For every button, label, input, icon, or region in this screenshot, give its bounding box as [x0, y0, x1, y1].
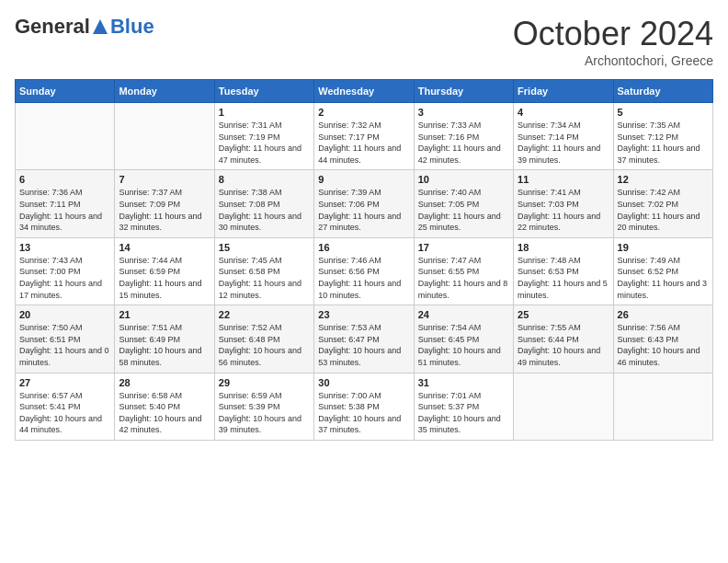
- calendar-table: SundayMondayTuesdayWednesdayThursdayFrid…: [15, 79, 713, 441]
- day-number: 26: [618, 309, 709, 320]
- day-number: 15: [219, 242, 310, 253]
- logo-general-text: General: [15, 15, 90, 39]
- calendar-cell: 15Sunrise: 7:45 AM Sunset: 6:58 PM Dayli…: [214, 237, 313, 304]
- day-info: Sunrise: 7:51 AM Sunset: 6:49 PM Dayligh…: [119, 322, 210, 368]
- calendar-cell: 7Sunrise: 7:37 AM Sunset: 7:09 PM Daylig…: [115, 170, 214, 237]
- day-number: 24: [418, 309, 509, 320]
- calendar-cell: 17Sunrise: 7:47 AM Sunset: 6:55 PM Dayli…: [414, 237, 513, 304]
- day-number: 14: [119, 242, 210, 253]
- day-info: Sunrise: 7:47 AM Sunset: 6:55 PM Dayligh…: [418, 255, 509, 301]
- title-block: October 2024 Archontochori, Greece: [513, 15, 713, 68]
- day-info: Sunrise: 7:43 AM Sunset: 7:00 PM Dayligh…: [19, 255, 110, 301]
- calendar-cell: 20Sunrise: 7:50 AM Sunset: 6:51 PM Dayli…: [16, 305, 115, 373]
- day-info: Sunrise: 7:35 AM Sunset: 7:12 PM Dayligh…: [618, 120, 709, 166]
- calendar-cell: 14Sunrise: 7:44 AM Sunset: 6:59 PM Dayli…: [115, 237, 214, 304]
- calendar-cell: 21Sunrise: 7:51 AM Sunset: 6:49 PM Dayli…: [115, 305, 214, 373]
- calendar-week-row: 27Sunrise: 6:57 AM Sunset: 5:41 PM Dayli…: [16, 373, 713, 440]
- day-number: 18: [518, 242, 609, 253]
- day-info: Sunrise: 7:00 AM Sunset: 5:38 PM Dayligh…: [318, 390, 409, 436]
- month-title: October 2024: [513, 15, 713, 53]
- calendar-cell: 10Sunrise: 7:40 AM Sunset: 7:05 PM Dayli…: [414, 170, 513, 237]
- logo-icon: [91, 17, 109, 36]
- day-info: Sunrise: 7:54 AM Sunset: 6:45 PM Dayligh…: [418, 322, 509, 368]
- day-header: Monday: [115, 80, 214, 103]
- calendar-cell: 9Sunrise: 7:39 AM Sunset: 7:06 PM Daylig…: [314, 170, 414, 237]
- day-info: Sunrise: 6:58 AM Sunset: 5:40 PM Dayligh…: [119, 390, 210, 436]
- day-number: 20: [19, 309, 110, 320]
- calendar-cell: 24Sunrise: 7:54 AM Sunset: 6:45 PM Dayli…: [414, 305, 513, 373]
- day-info: Sunrise: 7:01 AM Sunset: 5:37 PM Dayligh…: [418, 390, 509, 436]
- day-number: 10: [418, 174, 509, 185]
- day-number: 11: [518, 174, 609, 185]
- day-info: Sunrise: 7:40 AM Sunset: 7:05 PM Dayligh…: [418, 187, 509, 233]
- location: Archontochori, Greece: [513, 53, 713, 68]
- day-header: Saturday: [613, 80, 712, 103]
- day-number: 31: [418, 377, 509, 388]
- day-info: Sunrise: 7:53 AM Sunset: 6:47 PM Dayligh…: [318, 322, 409, 368]
- calendar-cell: [16, 103, 115, 170]
- day-info: Sunrise: 7:32 AM Sunset: 7:17 PM Dayligh…: [318, 120, 409, 166]
- calendar-cell: [514, 373, 613, 440]
- calendar-week-row: 13Sunrise: 7:43 AM Sunset: 7:00 PM Dayli…: [16, 237, 713, 304]
- calendar-week-row: 20Sunrise: 7:50 AM Sunset: 6:51 PM Dayli…: [16, 305, 713, 373]
- day-number: 22: [219, 309, 310, 320]
- calendar-week-row: 1Sunrise: 7:31 AM Sunset: 7:19 PM Daylig…: [16, 103, 713, 170]
- day-info: Sunrise: 7:34 AM Sunset: 7:14 PM Dayligh…: [518, 120, 609, 166]
- calendar-cell: 22Sunrise: 7:52 AM Sunset: 6:48 PM Dayli…: [214, 305, 313, 373]
- day-info: Sunrise: 7:55 AM Sunset: 6:44 PM Dayligh…: [518, 322, 609, 368]
- day-info: Sunrise: 6:59 AM Sunset: 5:39 PM Dayligh…: [219, 390, 310, 436]
- day-header: Wednesday: [314, 80, 414, 103]
- calendar-week-row: 6Sunrise: 7:36 AM Sunset: 7:11 PM Daylig…: [16, 170, 713, 237]
- day-number: 2: [318, 107, 409, 118]
- day-number: 3: [418, 107, 509, 118]
- day-info: Sunrise: 7:38 AM Sunset: 7:08 PM Dayligh…: [219, 187, 310, 233]
- day-number: 7: [119, 174, 210, 185]
- logo: General Blue: [15, 15, 154, 39]
- day-number: 27: [19, 377, 110, 388]
- day-info: Sunrise: 6:57 AM Sunset: 5:41 PM Dayligh…: [19, 390, 110, 436]
- calendar-cell: 13Sunrise: 7:43 AM Sunset: 7:00 PM Dayli…: [16, 237, 115, 304]
- day-header: Thursday: [414, 80, 513, 103]
- calendar-cell: 2Sunrise: 7:32 AM Sunset: 7:17 PM Daylig…: [314, 103, 414, 170]
- calendar-cell: [613, 373, 712, 440]
- day-info: Sunrise: 7:46 AM Sunset: 6:56 PM Dayligh…: [318, 255, 409, 301]
- day-info: Sunrise: 7:42 AM Sunset: 7:02 PM Dayligh…: [618, 187, 709, 233]
- day-number: 17: [418, 242, 509, 253]
- calendar-cell: [115, 103, 214, 170]
- calendar-cell: 4Sunrise: 7:34 AM Sunset: 7:14 PM Daylig…: [514, 103, 613, 170]
- calendar-cell: 25Sunrise: 7:55 AM Sunset: 6:44 PM Dayli…: [514, 305, 613, 373]
- day-info: Sunrise: 7:33 AM Sunset: 7:16 PM Dayligh…: [418, 120, 509, 166]
- day-info: Sunrise: 7:45 AM Sunset: 6:58 PM Dayligh…: [219, 255, 310, 301]
- calendar-cell: 3Sunrise: 7:33 AM Sunset: 7:16 PM Daylig…: [414, 103, 513, 170]
- day-number: 8: [219, 174, 310, 185]
- calendar-cell: 6Sunrise: 7:36 AM Sunset: 7:11 PM Daylig…: [16, 170, 115, 237]
- day-number: 29: [219, 377, 310, 388]
- calendar-cell: 12Sunrise: 7:42 AM Sunset: 7:02 PM Dayli…: [613, 170, 712, 237]
- day-info: Sunrise: 7:44 AM Sunset: 6:59 PM Dayligh…: [119, 255, 210, 301]
- day-number: 19: [618, 242, 709, 253]
- logo-blue-text: Blue: [110, 15, 154, 39]
- day-info: Sunrise: 7:52 AM Sunset: 6:48 PM Dayligh…: [219, 322, 310, 368]
- day-header: Friday: [514, 80, 613, 103]
- calendar-cell: 30Sunrise: 7:00 AM Sunset: 5:38 PM Dayli…: [314, 373, 414, 440]
- day-number: 5: [618, 107, 709, 118]
- calendar-cell: 23Sunrise: 7:53 AM Sunset: 6:47 PM Dayli…: [314, 305, 414, 373]
- calendar-cell: 31Sunrise: 7:01 AM Sunset: 5:37 PM Dayli…: [414, 373, 513, 440]
- calendar-cell: 28Sunrise: 6:58 AM Sunset: 5:40 PM Dayli…: [115, 373, 214, 440]
- day-info: Sunrise: 7:31 AM Sunset: 7:19 PM Dayligh…: [219, 120, 310, 166]
- calendar-cell: 1Sunrise: 7:31 AM Sunset: 7:19 PM Daylig…: [214, 103, 313, 170]
- calendar-cell: 29Sunrise: 6:59 AM Sunset: 5:39 PM Dayli…: [214, 373, 313, 440]
- day-info: Sunrise: 7:50 AM Sunset: 6:51 PM Dayligh…: [19, 322, 110, 368]
- svg-marker-0: [93, 19, 108, 34]
- day-header: Sunday: [16, 80, 115, 103]
- day-header: Tuesday: [214, 80, 313, 103]
- calendar-cell: 27Sunrise: 6:57 AM Sunset: 5:41 PM Dayli…: [16, 373, 115, 440]
- day-number: 13: [19, 242, 110, 253]
- calendar-cell: 5Sunrise: 7:35 AM Sunset: 7:12 PM Daylig…: [613, 103, 712, 170]
- day-info: Sunrise: 7:37 AM Sunset: 7:09 PM Dayligh…: [119, 187, 210, 233]
- day-number: 16: [318, 242, 409, 253]
- day-info: Sunrise: 7:56 AM Sunset: 6:43 PM Dayligh…: [618, 322, 709, 368]
- day-number: 1: [219, 107, 310, 118]
- day-info: Sunrise: 7:41 AM Sunset: 7:03 PM Dayligh…: [518, 187, 609, 233]
- calendar-cell: 18Sunrise: 7:48 AM Sunset: 6:53 PM Dayli…: [514, 237, 613, 304]
